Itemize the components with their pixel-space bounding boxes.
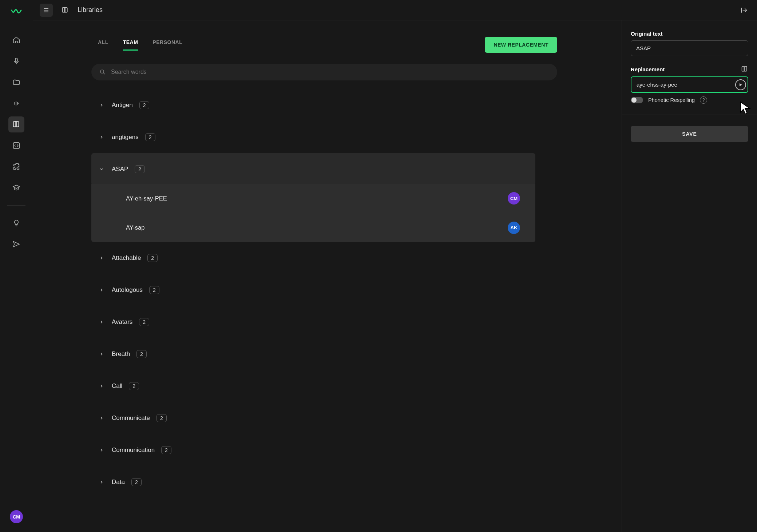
libraries-icon [59,4,72,17]
menu-button[interactable] [40,4,53,17]
word-label: Breath [112,350,130,358]
svg-rect-0 [15,58,17,62]
word-label: Antigen [112,102,133,109]
author-chip: CM [508,192,520,205]
send-icon[interactable] [8,236,24,252]
rail-separator [7,205,25,206]
app-logo[interactable] [11,7,22,18]
tab-team[interactable]: TEAM [123,39,138,51]
dictionary-icon[interactable] [741,65,748,73]
lightbulb-icon[interactable] [8,215,24,231]
word-list: Antigen2angtigens2ASAP2AY-eh-say-PEECMAY… [62,86,535,513]
app-rail: CM [0,0,33,532]
page-title: Libraries [78,6,103,14]
panel-separator [622,115,757,115]
search-input[interactable] [111,69,549,75]
topbar: Libraries [33,0,757,20]
tab-all[interactable]: ALL [98,39,108,51]
chevron-icon [98,384,105,389]
count-badge: 2 [147,254,158,262]
search-icon [99,69,106,75]
count-badge: 2 [145,133,155,141]
user-avatar[interactable]: CM [10,510,23,523]
replacement-label: AY-eh-say-PEE [126,195,167,202]
edit-panel: Original text Replacement [622,20,757,532]
new-replacement-button[interactable]: NEW REPLACEMENT [485,37,557,53]
tab-personal[interactable]: PERSONAL [152,39,182,51]
word-label: Communication [112,446,155,454]
chevron-icon [98,319,105,325]
word-label: Autologous [112,286,143,294]
word-label: Call [112,382,122,390]
word-row[interactable]: Antigen2 [91,89,535,121]
count-badge: 2 [139,101,150,109]
author-chip: AK [508,222,520,234]
help-icon[interactable]: ? [700,96,707,104]
word-label: Avatars [112,318,132,326]
svg-point-2 [100,70,104,73]
chevron-icon [98,287,105,293]
home-icon[interactable] [8,32,24,48]
chevron-icon [98,167,105,172]
collapse-panel-button[interactable] [737,4,750,17]
count-badge: 2 [139,318,149,326]
chevron-icon [98,103,105,108]
content-area: ALL TEAM PERSONAL NEW REPLACEMENT [33,20,622,532]
count-badge: 2 [129,382,139,390]
word-label: angtigens [112,134,139,141]
original-text-input[interactable] [631,40,748,56]
original-text-label: Original text [631,31,748,37]
sub-rows: AY-eh-say-PEECMAY-sapAK [91,184,535,242]
word-row[interactable]: Communicate2 [91,402,535,434]
folder-icon[interactable] [8,74,24,90]
word-row[interactable]: angtigens2 [91,121,535,153]
count-badge: 2 [156,414,167,422]
chevron-icon [98,135,105,140]
code-icon[interactable] [8,138,24,154]
chevron-icon [98,255,105,261]
word-label: Data [112,479,125,486]
count-badge: 2 [136,350,147,358]
word-label: Attachable [112,254,141,262]
replacement-input[interactable] [631,76,748,93]
save-button[interactable]: SAVE [631,126,748,142]
chevron-icon [98,480,105,485]
mic-icon[interactable] [8,53,24,69]
word-row[interactable]: ASAP2 [91,153,535,185]
replacement-row[interactable]: AY-eh-say-PEECM [91,184,535,213]
word-row[interactable]: Avatars2 [91,306,535,338]
puzzle-icon[interactable] [8,159,24,175]
book-icon[interactable] [8,116,24,132]
word-row[interactable]: Data2 [91,466,535,498]
waveform-icon[interactable] [8,95,24,111]
phonetic-toggle[interactable] [631,97,643,103]
word-row[interactable]: Autologous2 [91,274,535,306]
replacement-label: AY-sap [126,224,144,231]
search-box[interactable] [91,64,557,80]
word-row[interactable]: Breath2 [91,338,535,370]
count-badge: 2 [135,165,145,173]
svg-rect-1 [13,143,20,149]
replacement-row[interactable]: AY-sapAK [91,213,535,242]
word-row[interactable]: Attachable2 [91,242,535,274]
word-row[interactable]: Communication2 [91,434,535,466]
play-button[interactable] [735,79,746,90]
word-label: ASAP [112,166,128,173]
word-label: Communicate [112,414,150,422]
chevron-icon [98,448,105,453]
word-row[interactable]: Call2 [91,370,535,402]
tabs: ALL TEAM PERSONAL [98,39,182,51]
chevron-icon [98,352,105,357]
count-badge: 2 [131,478,142,486]
phonetic-label: Phonetic Respelling [648,97,695,103]
graduate-icon[interactable] [8,180,24,196]
count-badge: 2 [161,446,171,454]
count-badge: 2 [149,286,159,294]
chevron-icon [98,416,105,421]
replacement-label: Replacement [631,66,665,72]
